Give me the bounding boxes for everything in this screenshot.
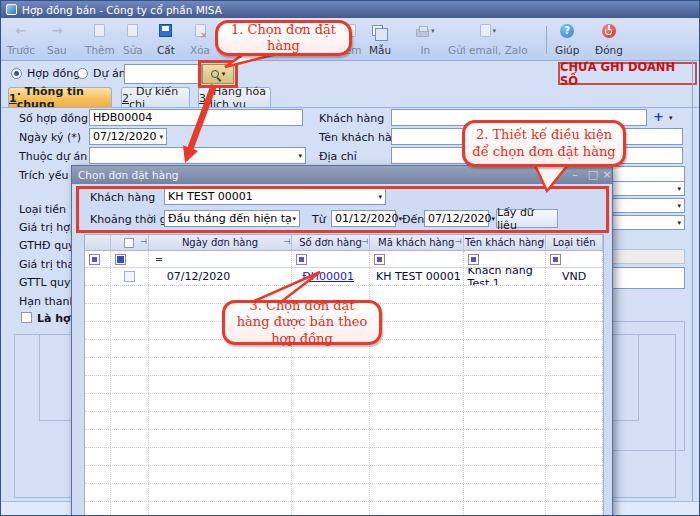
toolbar-item-label: Mẫu [369,44,391,56]
chevron-down-icon: ▾ [292,215,296,223]
order-currency: VND [562,270,586,283]
grid-header-cell[interactable]: Mã khách hàng⊣ [370,235,464,250]
toolbar-item-sau[interactable]: →Sau [45,21,69,57]
pin-icon[interactable]: ⊣ [283,237,290,246]
pin-icon[interactable]: ⊣ [140,237,147,246]
save-icon [159,24,172,37]
pin-icon[interactable]: ⊣ [455,237,462,246]
toolbar-item-label: Gửi email, Zalo [448,44,528,56]
tu-date-picker[interactable]: 01/12/2020 ▾ [331,210,396,227]
dialog-title: Chọn đơn đặt hàng [78,169,178,181]
empty-grid-cell [85,484,111,501]
grid-header-row: ⊣Ngày đơn hàng⊣Số đơn hàng⊣Mã khách hàng… [85,235,603,251]
toolbar-item-label: Xóa [190,44,210,56]
grid-filter-cell[interactable] [370,251,464,267]
search-icon [211,70,219,78]
empty-grid-cell [292,394,370,411]
grid-filter-cell[interactable] [292,251,370,267]
grid-filter-row: = [85,251,603,268]
empty-grid-cell [546,484,603,501]
toolbar-item-mau[interactable]: ▾Mẫu [367,21,393,57]
den-date-picker[interactable]: 07/12/2020 ▾ [424,210,489,227]
row-checkbox[interactable] [124,271,135,282]
chevron-down-icon: ▾ [677,219,681,227]
empty-grid-cell [464,484,547,501]
add-customer-button[interactable]: + [653,109,664,124]
filter-square-icon[interactable] [550,254,561,265]
printer-icon [416,29,429,37]
order-row-cell [85,268,111,285]
la-hop-dong-checkbox[interactable] [21,312,32,323]
filter-square-icon[interactable] [296,254,307,265]
grid-filter-cell[interactable] [85,251,111,267]
grid-header-cell[interactable]: Tên khách hàng⊣ [464,235,547,250]
toolbar-item-in[interactable]: ▾In [414,21,437,57]
search-button[interactable]: ▾ [202,64,234,84]
grid-header-cell[interactable] [85,235,111,250]
order-row-cell: KH TEST 00001 [370,268,464,285]
grid-header-cell[interactable]: Ngày đơn hàng⊣ [149,235,292,250]
dialog-khach-hang-label: Khách hàng [90,191,155,204]
toolbar-item-xoa[interactable]: Xóa [188,21,212,57]
thuoc-du-an-combo[interactable]: ▾ [89,147,306,164]
chevron-down-icon[interactable]: ▾ [669,114,673,122]
tab-hang-hoa-dich-vu[interactable]: 3. Hàng hóa dịch vụ [198,87,271,108]
minimize-button[interactable]: – [568,168,582,182]
empty-grid-cell [370,304,464,321]
pin-icon[interactable]: ⊣ [537,237,544,246]
select-all-checkbox[interactable] [124,238,134,248]
empty-grid-cell [111,286,149,303]
empty-grid-cell [292,484,370,501]
empty-grid-row [85,412,603,430]
toolbar-item-them[interactable]: Thêm [83,21,117,57]
title-bar: Hợp đồng bán - Công ty cổ phần MISA [1,1,700,18]
grid-filter-cell[interactable] [111,251,149,267]
toolbar-item-dong[interactable]: Đóng [593,21,625,57]
empty-grid-cell [85,448,111,465]
toolbar-item-giup[interactable]: ?Giúp [553,21,581,57]
filter-square-icon[interactable] [115,254,126,265]
grid-filter-cell[interactable] [464,251,547,267]
khoang-thoi-gian-combo[interactable]: Đầu tháng đến hiện tại ▾ [164,210,300,227]
toolbar-item-sua[interactable]: Sửa [121,21,145,57]
filter-square-icon[interactable] [374,254,385,265]
empty-grid-cell [85,286,111,303]
left-label: Loại tiền [19,203,66,216]
order-number-link[interactable]: ĐH00001 [302,270,354,283]
pin-icon[interactable]: ⊣ [361,237,368,246]
empty-grid-cell [111,412,149,429]
toolbar-item-gui-email[interactable]: ▾Gửi email, Zalo [446,21,530,57]
filter-square-icon[interactable] [89,254,100,265]
app-icon [6,4,17,15]
chevron-down-icon: ▾ [493,27,497,35]
lay-du-lieu-button[interactable]: Lấy dữ liệu [496,209,558,228]
toolbar-item-truoc[interactable]: ←Trước [5,21,37,57]
empty-grid-cell [370,286,464,303]
filter-square-icon[interactable] [468,254,479,265]
empty-grid-cell [111,322,149,339]
tab-thong-tin-chung[interactable]: 1. Thông tin chung [8,87,112,108]
close-button[interactable]: × [600,168,614,182]
order-row-cell: 07/12/2020 [149,268,292,285]
grid-header-cell[interactable]: Số đơn hàng⊣ [292,235,370,250]
order-row[interactable]: 07/12/2020ĐH00001KH TEST 00001Khách hàng… [85,268,603,286]
maximize-button[interactable]: □ [586,168,600,182]
grid-filter-cell[interactable] [546,251,603,267]
arrow-right-icon: → [51,24,62,38]
empty-grid-cell [464,340,547,357]
so-hop-dong-input[interactable]: HĐB00004 [89,109,303,126]
grid-filter-cell[interactable]: = [149,251,292,267]
trich-yeu-label: Trích yếu [19,169,68,182]
ngay-ky-picker[interactable]: 07/12/2020 ▾ [89,128,167,145]
dialog-khach-hang-combo[interactable]: KH TEST 00001 ▾ [164,188,386,205]
empty-grid-cell [111,448,149,465]
chevron-down-icon: ▾ [159,133,163,141]
search-input[interactable] [124,64,202,84]
toolbar-item-cat[interactable]: Cất [155,21,177,57]
grid-header-cell[interactable]: ⊣ [111,235,149,250]
grid-header-cell[interactable]: Loại tiền [546,235,603,250]
order-cell-text: KH TEST 00001 [376,270,461,283]
empty-grid-row [85,466,603,484]
empty-grid-cell [464,376,547,393]
tab-du-kien-chi[interactable]: 2. Dự kiến chi [121,87,190,108]
